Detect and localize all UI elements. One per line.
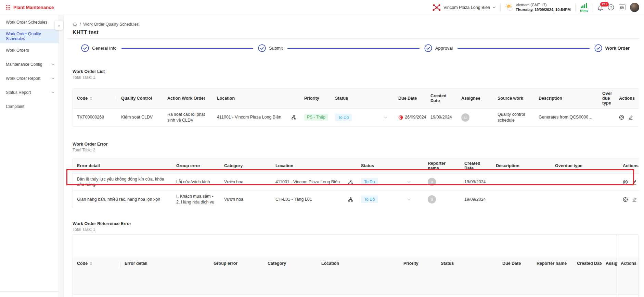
sort-icon[interactable] xyxy=(90,262,92,265)
sort-icon[interactable] xyxy=(90,97,92,100)
cell-actions xyxy=(619,173,639,191)
col-label: Error detail xyxy=(77,163,100,168)
location-tree-icon[interactable] xyxy=(348,197,353,202)
section-total: Total Task: 2 xyxy=(73,148,639,152)
sidebar-item-work-order-schedules[interactable]: Work Order Schedules xyxy=(0,15,59,29)
section-title: Work Order Referrence Error xyxy=(73,221,639,226)
cell-source-work: Quality control schedule xyxy=(493,109,534,126)
sidebar-item-complaint[interactable]: Complaint xyxy=(0,99,59,113)
step-work-order[interactable]: Work Order xyxy=(594,44,630,52)
col-header-overdue-type: Overdue type xyxy=(551,158,619,174)
cell-code: WO00204017 xyxy=(73,294,120,297)
col-header-status: Status xyxy=(331,88,394,109)
cell-overdue-type xyxy=(551,173,619,191)
col-header-priority: Priority xyxy=(300,88,331,109)
col-header-category: Category xyxy=(263,257,317,294)
cell-category: Vườn hoa xyxy=(220,173,271,191)
chevron-down-icon[interactable] xyxy=(407,181,411,183)
status-select[interactable]: To Do xyxy=(361,178,378,186)
chevron-down-icon xyxy=(492,6,496,9)
user-avatar[interactable] xyxy=(630,3,639,12)
cell-actions xyxy=(619,191,639,208)
sidebar-collapse-button[interactable]: « xyxy=(55,21,63,30)
col-header-error-detail: Error detail xyxy=(73,158,172,174)
step-check-icon xyxy=(594,44,602,52)
sidebar-item-work-order-quality-schedules[interactable]: Work Order Quality Schedules xyxy=(0,29,59,43)
table-empty-strip xyxy=(73,235,638,257)
cell-assignee: M xyxy=(602,294,617,297)
step-general-info[interactable]: General Info xyxy=(81,44,117,52)
table-row: WO00204017 Gian hàng bẩn, nhiều rác, hàn… xyxy=(73,294,639,297)
cell-actions xyxy=(615,109,639,126)
col-header-quality-control: Quality Control xyxy=(117,88,163,109)
col-header-description: Description xyxy=(492,158,551,174)
col-header-reporter-name: Reporter name xyxy=(532,257,573,294)
col-header-assignee: Assignee xyxy=(602,257,617,294)
work-order-reference-error-section-head: Work Order Referrence Error Total Task: … xyxy=(73,221,639,232)
table-row: Gian hàng bẩn, nhiều rác, hàng hóa lộn x… xyxy=(73,191,639,208)
stepper-card: General Info Submit xyxy=(67,38,639,60)
col-header-category: Category xyxy=(220,158,271,174)
status-select[interactable]: To Do xyxy=(335,114,352,121)
cell-overdue-type xyxy=(551,191,619,208)
notifications-button[interactable]: 20+ xyxy=(597,4,603,11)
assignee-avatar[interactable]: u xyxy=(461,113,469,122)
step-approval[interactable]: Approval xyxy=(424,44,453,52)
edit-icon[interactable] xyxy=(632,180,637,185)
sidebar-gap xyxy=(59,15,64,297)
view-icon[interactable] xyxy=(619,115,624,120)
sidebar-item-maintenance-config[interactable]: Maintenance Config xyxy=(0,57,59,71)
col-header-group-error: Group error xyxy=(209,257,263,294)
col-header-source-work: Source work xyxy=(493,88,534,109)
sidebar-item-status-report[interactable]: Status Report xyxy=(0,85,59,99)
view-icon[interactable] xyxy=(623,197,628,202)
work-order-list-section-head: Work Order List Total Task: 1 xyxy=(73,69,639,80)
language-toggle[interactable]: EN xyxy=(619,4,626,10)
breadcrumb-current[interactable]: Work Order Quality Schedules xyxy=(83,22,139,27)
priority-badge: PS - Thấp xyxy=(304,114,328,121)
cell-reporter: u xyxy=(532,294,573,297)
site-selector[interactable]: Vincom Plaza Long Biên xyxy=(432,4,496,11)
cell-location: CH-L01 - Tầng L01 xyxy=(317,294,399,297)
chevron-down-icon[interactable] xyxy=(407,198,411,200)
due-date-text: 26/09/2024 xyxy=(405,114,426,120)
cell-error-detail: Bản lề thủy lực yếu không đóng kín cửa, … xyxy=(73,173,172,191)
sidebar-item-work-orders[interactable]: Work Orders xyxy=(0,43,59,57)
step-label: General Info xyxy=(92,46,117,51)
svg-text:?: ? xyxy=(610,5,612,9)
cell-group-error: Lỗi cửa/vách kính xyxy=(172,173,220,191)
step-submit[interactable]: Submit xyxy=(258,44,283,52)
cell-group-error: I. Khách mua sắm - 2. Hàng hóa dịch vụ xyxy=(209,294,263,297)
cell-priority: PS - Thấp xyxy=(300,109,331,126)
top-bar: Plant Maintenance Vincom Plaza Long Biên xyxy=(0,0,644,15)
help-button[interactable]: ? xyxy=(608,4,614,11)
table-header-row: Error detail Group error Category Locati… xyxy=(73,158,639,174)
fixed-column-divider xyxy=(617,235,617,297)
chevron-down-icon[interactable] xyxy=(384,116,387,119)
location-tree-icon[interactable] xyxy=(348,180,353,184)
view-icon[interactable] xyxy=(623,180,628,185)
col-header-priority: Priority xyxy=(399,257,437,294)
signal-bars-icon xyxy=(581,3,588,8)
timezone-widget: Vietnam (GMT +7) Thursday, 19/09/2024, 1… xyxy=(505,3,571,12)
edit-icon[interactable] xyxy=(632,197,637,202)
location-tree-icon[interactable] xyxy=(292,115,296,120)
work-order-error-table: Error detail Group error Category Locati… xyxy=(73,158,639,209)
latency-value: 64ms xyxy=(580,9,588,12)
reporter-avatar[interactable]: u xyxy=(428,178,436,186)
cell-location: 411001 - Vincom Plaza Long Biên xyxy=(213,109,300,126)
vincom-logo-icon xyxy=(432,4,441,11)
reporter-avatar[interactable]: u xyxy=(428,195,436,203)
sidebar-item-work-order-report[interactable]: Work Order Report xyxy=(0,71,59,85)
site-name: Vincom Plaza Long Biên xyxy=(443,5,490,10)
cell-due-date: 26/09/2024 xyxy=(498,294,532,297)
top-bar-right: Vincom Plaza Long Biên xyxy=(432,3,639,12)
home-icon[interactable] xyxy=(73,22,77,27)
col-header-description: Description xyxy=(534,88,598,109)
edit-icon[interactable] xyxy=(628,115,633,120)
sidebar-item-label: Maintenance Config xyxy=(6,62,42,67)
cell-quality-control: Kiểm soát CLDV xyxy=(117,109,163,126)
step-label: Work Order xyxy=(605,46,630,51)
table-row-highlighted: Bản lề thủy lực yếu không đóng kín cửa, … xyxy=(73,173,639,191)
status-select[interactable]: To Do xyxy=(361,196,378,203)
